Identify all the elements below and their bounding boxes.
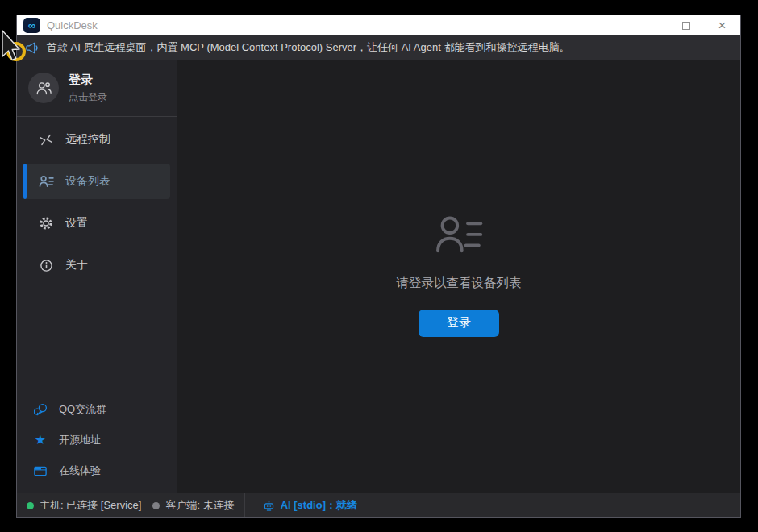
titlebar: ∞ QuickDesk — × xyxy=(17,15,740,35)
statusbar: 主机: 已连接 [Service] 客户端: 未连接 AI [stdio]：就绪 xyxy=(17,493,740,517)
host-status-text: 主机: 已连接 [Service] xyxy=(40,498,141,513)
link-open-source[interactable]: ★ 开源地址 xyxy=(17,425,177,455)
empty-state: 请登录以查看设备列表 登录 xyxy=(397,216,522,337)
login-title: 登录 xyxy=(69,73,107,88)
link-label: 在线体验 xyxy=(59,463,101,478)
link-online-demo[interactable]: 在线体验 xyxy=(17,455,177,486)
app-title: QuickDesk xyxy=(47,19,631,31)
statusbar-divider xyxy=(244,493,245,517)
users-icon xyxy=(35,80,52,97)
sidebar-item-remote-control[interactable]: 远程控制 xyxy=(23,122,170,157)
gear-icon xyxy=(38,216,54,231)
megaphone-icon xyxy=(26,42,40,54)
announcement-banner: 首款 AI 原生远程桌面，内置 MCP (Model Context Proto… xyxy=(17,35,740,60)
device-list-icon xyxy=(38,175,54,188)
sidebar-nav: 远程控制 设备列表 xyxy=(17,122,177,283)
maximize-button[interactable] xyxy=(668,15,704,35)
sidebar-item-label: 关于 xyxy=(65,258,88,272)
content-area: 登录 点击登录 xyxy=(17,60,740,493)
user-login-section[interactable]: 登录 点击登录 xyxy=(17,60,177,117)
device-list-empty-icon xyxy=(434,216,484,254)
login-button[interactable]: 登录 xyxy=(419,310,499,337)
screen: ∞ QuickDesk — × 首款 AI 原生远程桌面，内置 MCP (Mod… xyxy=(0,0,758,532)
app-window: ∞ QuickDesk — × 首款 AI 原生远程桌面，内置 MCP (Mod… xyxy=(16,15,741,518)
avatar xyxy=(28,73,59,103)
minimize-button[interactable]: — xyxy=(631,15,668,35)
main-panel: 请登录以查看设备列表 登录 xyxy=(177,60,740,493)
sidebar-spacer xyxy=(17,283,177,389)
star-icon: ★ xyxy=(33,434,48,447)
link-label: QQ交流群 xyxy=(59,402,106,417)
host-status-dot xyxy=(27,502,34,509)
client-status-dot xyxy=(152,502,160,509)
window-controls: — × xyxy=(631,15,740,35)
robot-icon xyxy=(263,500,275,512)
user-meta: 登录 点击登录 xyxy=(69,73,107,104)
sidebar-item-label: 设置 xyxy=(65,216,88,231)
sidebar: 登录 点击登录 xyxy=(17,60,177,493)
sidebar-item-device-list[interactable]: 设备列表 xyxy=(23,164,170,199)
maximize-icon xyxy=(682,22,690,30)
info-icon xyxy=(38,259,54,272)
sidebar-item-about[interactable]: 关于 xyxy=(23,247,170,283)
qq-chat-icon xyxy=(33,403,48,416)
remote-control-icon xyxy=(38,133,54,147)
sidebar-item-label: 设备列表 xyxy=(65,174,110,189)
sidebar-item-label: 远程控制 xyxy=(65,132,110,147)
login-subtitle: 点击登录 xyxy=(69,90,107,104)
empty-state-text: 请登录以查看设备列表 xyxy=(397,275,522,292)
link-qq-group[interactable]: QQ交流群 xyxy=(17,394,177,425)
sidebar-item-settings[interactable]: 设置 xyxy=(23,206,170,241)
close-button[interactable]: × xyxy=(704,15,740,35)
app-logo-icon: ∞ xyxy=(23,18,40,33)
ai-status-text: AI [stdio]：就绪 xyxy=(281,498,357,513)
logo-glyph: ∞ xyxy=(28,19,35,31)
client-status-text: 客户端: 未连接 xyxy=(165,498,234,513)
browser-window-icon xyxy=(33,466,48,476)
sidebar-links: QQ交流群 ★ 开源地址 xyxy=(17,389,177,493)
banner-text: 首款 AI 原生远程桌面，内置 MCP (Model Context Proto… xyxy=(47,40,569,55)
link-label: 开源地址 xyxy=(59,433,101,447)
